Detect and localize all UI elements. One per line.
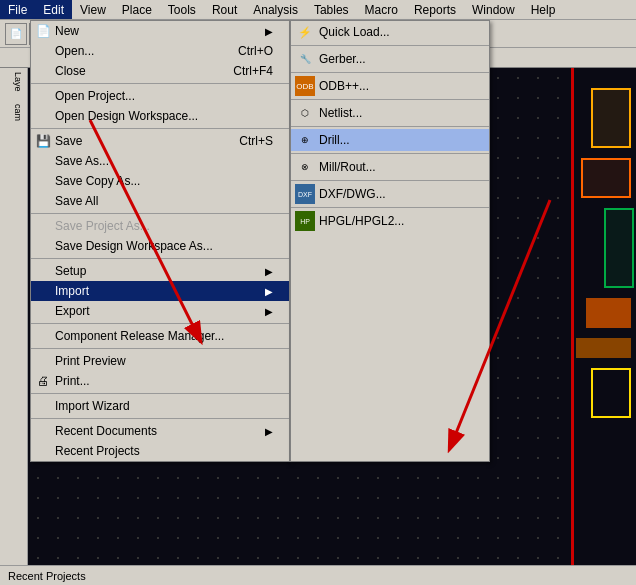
menu-view[interactable]: View	[72, 0, 114, 19]
sub-sep-3	[291, 99, 489, 100]
menu-edit[interactable]: Edit	[35, 0, 72, 19]
pcb-trace-1	[586, 298, 631, 328]
gerber-icon: 🔧	[295, 49, 315, 69]
menu-place[interactable]: Place	[114, 0, 160, 19]
menu-item-export[interactable]: Export ▶	[31, 301, 289, 321]
pcb-trace-2	[576, 338, 631, 358]
menu-tables[interactable]: Tables	[306, 0, 357, 19]
sidebar-label-layers: Laye	[2, 70, 25, 94]
sep-3	[31, 213, 289, 214]
menu-item-save-workspace-as[interactable]: Save Design Workspace As...	[31, 236, 289, 256]
menu-item-open-project[interactable]: Open Project...	[31, 86, 289, 106]
sub-sep-4	[291, 126, 489, 127]
menu-item-close[interactable]: Close Ctrl+F4	[31, 61, 289, 81]
edit-menu: 📄 New ▶ Open... Ctrl+O Close Ctrl+F4 Ope…	[30, 20, 290, 462]
submenu-odb[interactable]: ODB ODB++...	[291, 75, 489, 97]
menu-item-save-all[interactable]: Save All	[31, 191, 289, 211]
menu-item-open[interactable]: Open... Ctrl+O	[31, 41, 289, 61]
submenu-gerber[interactable]: 🔧 Gerber...	[291, 48, 489, 70]
statusbar: Recent Projects	[0, 565, 636, 585]
sub-sep-1	[291, 45, 489, 46]
import-submenu: ⚡ Quick Load... 🔧 Gerber... ODB ODB++...…	[290, 20, 490, 462]
sep-6	[31, 348, 289, 349]
sep-5	[31, 323, 289, 324]
menu-item-recent-projects[interactable]: Recent Projects	[31, 441, 289, 461]
menu-item-save-project-as: Save Project As...	[31, 216, 289, 236]
submenu-mill-rout[interactable]: ⊗ Mill/Rout...	[291, 156, 489, 178]
sep-7	[31, 393, 289, 394]
sub-sep-5	[291, 153, 489, 154]
menu-help[interactable]: Help	[523, 0, 564, 19]
submenu-quick-load[interactable]: ⚡ Quick Load...	[291, 21, 489, 43]
drill-icon: ⊕	[295, 130, 315, 150]
menu-analysis[interactable]: Analysis	[245, 0, 306, 19]
menu-item-print[interactable]: 🖨 Print...	[31, 371, 289, 391]
submenu-netlist[interactable]: ⬡ Netlist...	[291, 102, 489, 124]
menu-item-import[interactable]: Import ▶	[31, 281, 289, 301]
odb-icon: ODB	[295, 76, 315, 96]
sep-8	[31, 418, 289, 419]
dropdown-container: 📄 New ▶ Open... Ctrl+O Close Ctrl+F4 Ope…	[30, 20, 490, 462]
sub-sep-7	[291, 207, 489, 208]
netlist-icon: ⬡	[295, 103, 315, 123]
pcb-component-3	[604, 208, 634, 288]
menu-item-open-workspace[interactable]: Open Design Workspace...	[31, 106, 289, 126]
quick-load-icon: ⚡	[295, 22, 315, 42]
menu-file[interactable]: File	[0, 0, 35, 19]
statusbar-text: Recent Projects	[8, 570, 86, 582]
save-icon: 💾	[35, 133, 51, 149]
sep-1	[31, 83, 289, 84]
menu-item-save-as[interactable]: Save As...	[31, 151, 289, 171]
mill-rout-icon: ⊗	[295, 157, 315, 177]
print-icon: 🖨	[35, 373, 51, 389]
sep-2	[31, 128, 289, 129]
menu-item-save[interactable]: 💾 Save Ctrl+S	[31, 131, 289, 151]
pcb-component-4	[591, 368, 631, 418]
menu-rout[interactable]: Rout	[204, 0, 245, 19]
menu-macro[interactable]: Macro	[357, 0, 406, 19]
submenu-hpgl[interactable]: HP HPGL/HPGL2...	[291, 210, 489, 232]
dxf-icon: DXF	[295, 184, 315, 204]
menu-item-save-copy[interactable]: Save Copy As...	[31, 171, 289, 191]
menu-item-new[interactable]: 📄 New ▶	[31, 21, 289, 41]
pcb-right-area	[571, 68, 636, 565]
menu-item-import-wizard[interactable]: Import Wizard	[31, 396, 289, 416]
sep-4	[31, 258, 289, 259]
menu-item-component-release[interactable]: Component Release Manager...	[31, 326, 289, 346]
new-icon: 📄	[35, 23, 51, 39]
sub-sep-2	[291, 72, 489, 73]
left-sidebar: Laye cam	[0, 68, 28, 565]
hpgl-icon: HP	[295, 211, 315, 231]
pcb-component-2	[581, 158, 631, 198]
menu-tools[interactable]: Tools	[160, 0, 204, 19]
sidebar-label-cam: cam	[2, 102, 25, 123]
sub-sep-6	[291, 180, 489, 181]
menu-reports[interactable]: Reports	[406, 0, 464, 19]
menu-item-setup[interactable]: Setup ▶	[31, 261, 289, 281]
menu-window[interactable]: Window	[464, 0, 523, 19]
submenu-dxf[interactable]: DXF DXF/DWG...	[291, 183, 489, 205]
menu-item-print-preview[interactable]: Print Preview	[31, 351, 289, 371]
menubar: File Edit View Place Tools Rout Analysis…	[0, 0, 636, 20]
toolbar-new[interactable]: 📄	[5, 23, 27, 45]
pcb-component-1	[591, 88, 631, 148]
submenu-drill[interactable]: ⊕ Drill...	[291, 129, 489, 151]
menu-item-recent-docs[interactable]: Recent Documents ▶	[31, 421, 289, 441]
